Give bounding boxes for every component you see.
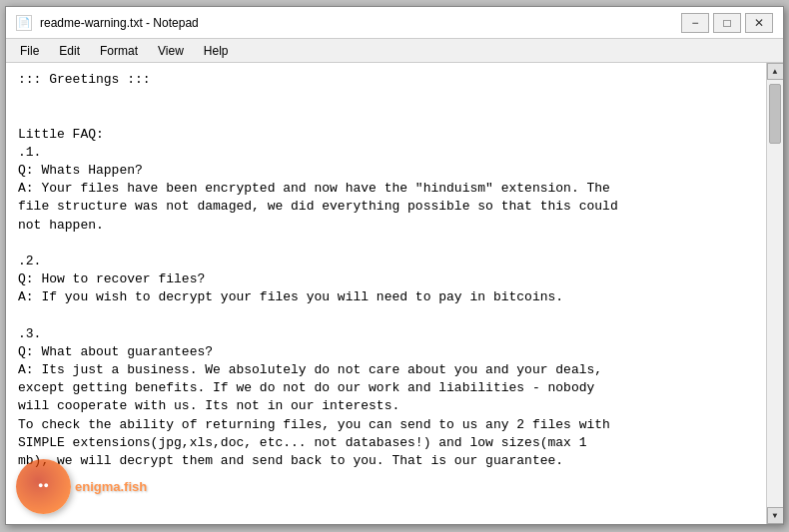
menu-bar: File Edit Format View Help — [6, 39, 783, 63]
close-button[interactable]: ✕ — [745, 13, 773, 33]
scroll-track[interactable] — [767, 80, 783, 507]
vertical-scrollbar: ▲ ▼ — [766, 63, 783, 524]
menu-edit[interactable]: Edit — [51, 42, 88, 60]
menu-format[interactable]: Format — [92, 42, 146, 60]
scroll-up-button[interactable]: ▲ — [767, 63, 784, 80]
content-area: ::: Greetings ::: Little FAQ: .1. Q: Wha… — [6, 63, 783, 524]
window-title: readme-warning.txt - Notepad — [40, 16, 199, 30]
window-controls: − □ ✕ — [681, 13, 773, 33]
menu-file[interactable]: File — [12, 42, 47, 60]
menu-help[interactable]: Help — [196, 42, 237, 60]
menu-view[interactable]: View — [150, 42, 192, 60]
text-editor[interactable]: ::: Greetings ::: Little FAQ: .1. Q: Wha… — [6, 63, 766, 524]
content-wrapper: ::: Greetings ::: Little FAQ: .1. Q: Wha… — [6, 63, 766, 524]
notepad-window: 📄 readme-warning.txt - Notepad − □ ✕ Fil… — [5, 6, 784, 525]
scroll-down-button[interactable]: ▼ — [767, 507, 784, 524]
title-bar-left: 📄 readme-warning.txt - Notepad — [16, 15, 199, 31]
title-bar: 📄 readme-warning.txt - Notepad − □ ✕ — [6, 7, 783, 39]
minimize-button[interactable]: − — [681, 13, 709, 33]
scroll-thumb[interactable] — [769, 84, 781, 144]
notepad-icon: 📄 — [16, 15, 32, 31]
maximize-button[interactable]: □ — [713, 13, 741, 33]
